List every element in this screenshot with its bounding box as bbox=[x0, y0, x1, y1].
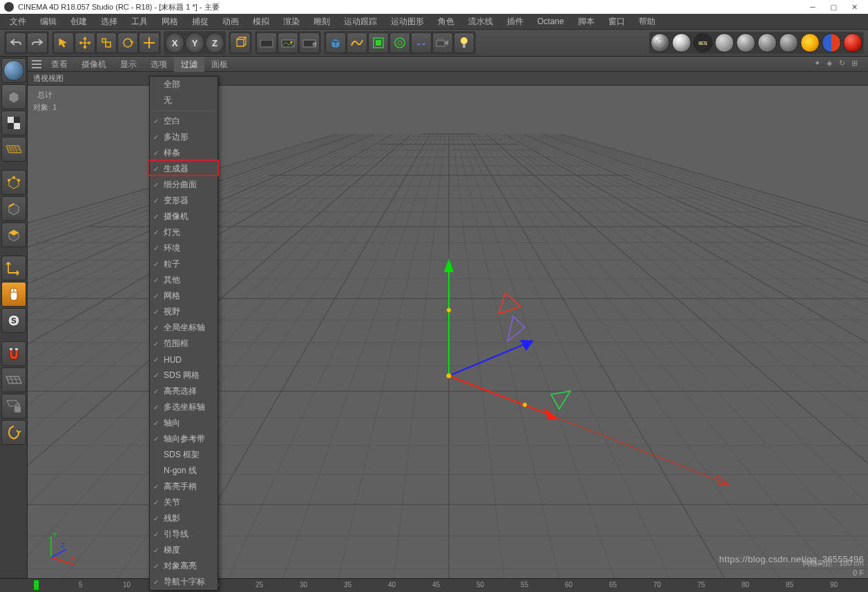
model-mode-tool[interactable] bbox=[1, 84, 26, 109]
menu-Octane[interactable]: Octane bbox=[530, 14, 571, 29]
menu-文件[interactable]: 文件 bbox=[3, 14, 33, 29]
filter-item-16[interactable]: ✓SDS 网格 bbox=[150, 367, 218, 383]
vp-menu-摄像机[interactable]: 摄像机 bbox=[75, 57, 113, 72]
vp-nav-icon-4[interactable]: ⊞ bbox=[851, 59, 862, 70]
cube-primitive-button[interactable] bbox=[325, 32, 346, 53]
freehand-tool[interactable] bbox=[139, 32, 160, 53]
menu-脚本[interactable]: 脚本 bbox=[571, 14, 601, 29]
menu-流水线[interactable]: 流水线 bbox=[461, 14, 500, 29]
filter-item-25[interactable]: ✓残影 bbox=[150, 510, 218, 526]
menu-窗口[interactable]: 窗口 bbox=[601, 14, 632, 29]
menu-网格[interactable]: 网格 bbox=[155, 14, 185, 29]
filter-item-11[interactable]: ✓网格 bbox=[150, 288, 218, 304]
viewport-menu-icon[interactable] bbox=[30, 58, 43, 70]
material-sphere-ies[interactable]: IES bbox=[693, 33, 713, 52]
timeline-ruler[interactable]: 051015202530354045505560657075808590 bbox=[0, 578, 868, 592]
polygon-mode-tool[interactable] bbox=[1, 222, 26, 247]
filter-item-12[interactable]: ✓视野 bbox=[150, 304, 218, 320]
generator-button[interactable] bbox=[368, 32, 389, 53]
filter-item-2[interactable]: ✓样条 bbox=[150, 145, 218, 161]
filter-item-13[interactable]: ✓全局坐标轴 bbox=[150, 320, 218, 336]
vp-menu-过滤[interactable]: 过滤 bbox=[174, 57, 204, 72]
filter-item-17[interactable]: ✓高亮选择 bbox=[150, 383, 218, 399]
vp-menu-面板[interactable]: 面板 bbox=[204, 57, 235, 72]
render-picture-button[interactable] bbox=[278, 32, 298, 53]
filter-item-3[interactable]: ✓生成器 bbox=[150, 161, 218, 177]
minimize-button[interactable]: ─ bbox=[803, 1, 822, 12]
close-button[interactable]: ✕ bbox=[845, 1, 864, 12]
undo-button[interactable] bbox=[6, 32, 26, 53]
menu-创建[interactable]: 创建 bbox=[64, 14, 94, 29]
filter-item-29[interactable]: ✓导航十字标 bbox=[150, 574, 218, 590]
vp-menu-查看[interactable]: 查看 bbox=[44, 57, 75, 72]
filter-item-24[interactable]: ✓关节 bbox=[150, 495, 218, 510]
filter-item-7[interactable]: ✓灯光 bbox=[150, 225, 218, 240]
redo-button[interactable] bbox=[27, 32, 48, 53]
menu-工具[interactable]: 工具 bbox=[124, 14, 155, 29]
filter-item-27[interactable]: ✓梯度 bbox=[150, 542, 218, 558]
move-tool[interactable] bbox=[75, 32, 95, 53]
lock-tool[interactable] bbox=[1, 394, 26, 419]
material-sphere-red[interactable] bbox=[843, 33, 862, 52]
menu-运动跟踪[interactable]: 运动跟踪 bbox=[337, 14, 384, 29]
filter-item-top1[interactable]: 无 bbox=[150, 93, 218, 108]
material-sphere-6[interactable] bbox=[758, 33, 777, 52]
scale-tool[interactable] bbox=[96, 32, 117, 53]
camera-button[interactable] bbox=[432, 32, 453, 53]
point-mode-tool[interactable] bbox=[1, 170, 26, 195]
filter-item-22[interactable]: N-gon 线 bbox=[150, 463, 218, 479]
menu-插件[interactable]: 插件 bbox=[500, 14, 530, 29]
z-axis-lock[interactable]: Z bbox=[205, 32, 224, 53]
material-sphere-2[interactable] bbox=[672, 33, 691, 52]
deformer-button[interactable] bbox=[389, 32, 410, 53]
filter-item-0[interactable]: ✓空白 bbox=[150, 113, 218, 129]
snap-tool[interactable]: S bbox=[1, 308, 26, 333]
vp-nav-icon-1[interactable]: ✦ bbox=[814, 59, 825, 70]
menu-帮助[interactable]: 帮助 bbox=[632, 14, 662, 29]
render-settings-button[interactable]: ⚙ bbox=[299, 32, 320, 53]
filter-item-21[interactable]: SDS 框架 bbox=[150, 447, 218, 463]
mouse-tool[interactable] bbox=[1, 282, 26, 307]
menu-动画[interactable]: 动画 bbox=[215, 14, 246, 29]
filter-item-10[interactable]: ✓其他 bbox=[150, 272, 218, 288]
filter-item-4[interactable]: ✓细分曲面 bbox=[150, 177, 218, 193]
filter-item-8[interactable]: ✓环境 bbox=[150, 240, 218, 256]
menu-雕刻[interactable]: 雕刻 bbox=[307, 14, 337, 29]
x-axis-lock[interactable]: X bbox=[165, 32, 184, 53]
material-sphere-target[interactable] bbox=[650, 33, 670, 52]
filter-item-1[interactable]: ✓多边形 bbox=[150, 129, 218, 145]
menu-角色[interactable]: 角色 bbox=[431, 14, 461, 29]
filter-item-15[interactable]: ✓HUD bbox=[150, 352, 218, 367]
filter-item-top0[interactable]: 全部 bbox=[150, 77, 218, 93]
environment-button[interactable] bbox=[411, 32, 432, 53]
workplane-grid-tool[interactable] bbox=[1, 367, 26, 392]
light-button[interactable] bbox=[454, 32, 474, 53]
filter-item-9[interactable]: ✓粒子 bbox=[150, 256, 218, 272]
y-axis-lock[interactable]: Y bbox=[185, 32, 204, 53]
material-sphere-split[interactable] bbox=[822, 33, 841, 52]
menu-选择[interactable]: 选择 bbox=[94, 14, 124, 29]
filter-item-18[interactable]: ✓多选坐标轴 bbox=[150, 399, 218, 415]
menu-模拟[interactable]: 模拟 bbox=[246, 14, 276, 29]
material-sphere-sun[interactable] bbox=[800, 33, 820, 52]
filter-item-14[interactable]: ✓范围框 bbox=[150, 336, 218, 352]
material-sphere-4[interactable] bbox=[715, 33, 734, 52]
spline-button[interactable] bbox=[347, 32, 367, 53]
coord-system-button[interactable] bbox=[230, 32, 251, 53]
workplane-tool[interactable] bbox=[1, 137, 26, 162]
filter-item-26[interactable]: ✓引导线 bbox=[150, 526, 218, 542]
vp-nav-icon-2[interactable]: ◈ bbox=[827, 59, 838, 70]
texture-mode-tool[interactable] bbox=[1, 111, 26, 135]
axis-tool[interactable] bbox=[1, 256, 26, 280]
select-tool[interactable] bbox=[53, 32, 74, 53]
filter-item-20[interactable]: ✓轴向参考带 bbox=[150, 431, 218, 447]
vp-menu-显示[interactable]: 显示 bbox=[113, 57, 144, 72]
rotate-tool[interactable] bbox=[117, 32, 138, 53]
view-globe-tool[interactable] bbox=[1, 58, 26, 83]
render-view-button[interactable] bbox=[256, 32, 277, 53]
menu-捕捉[interactable]: 捕捉 bbox=[185, 14, 215, 29]
filter-item-5[interactable]: ✓变形器 bbox=[150, 193, 218, 209]
filter-item-28[interactable]: ✓对象高亮 bbox=[150, 558, 218, 574]
filter-item-23[interactable]: ✓高亮手柄 bbox=[150, 479, 218, 495]
menu-编辑[interactable]: 编辑 bbox=[33, 14, 64, 29]
